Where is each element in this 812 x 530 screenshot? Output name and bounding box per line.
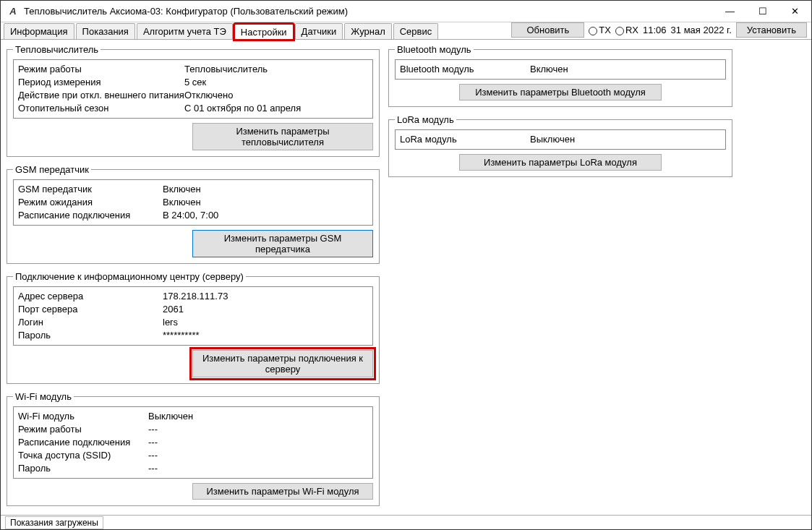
gsm-r1v: Включен <box>163 196 368 209</box>
clock-date: 31 мая 2022 г. <box>671 25 732 35</box>
srv-r1v: 2061 <box>163 303 368 316</box>
group-bt-legend: Bluetooth модуль <box>395 44 474 55</box>
group-lora-legend: LoRa модуль <box>395 114 456 125</box>
lora-r0k: LoRa модуль <box>400 133 530 146</box>
wifi-r3v: --- <box>148 449 368 462</box>
wifi-r0v: Выключен <box>148 410 368 423</box>
tab-sensors[interactable]: Датчики <box>295 23 343 39</box>
group-wifi-legend: Wi-Fi модуль <box>13 391 74 402</box>
gsm-r0v: Включен <box>163 183 368 196</box>
close-button[interactable]: ✕ <box>779 1 811 22</box>
wifi-r1k: Режим работы <box>18 423 148 436</box>
calc-r2k: Действие при откл. внешнего питания <box>18 89 184 102</box>
lora-edit-button[interactable]: Изменить параметры LoRa модуля <box>459 154 662 171</box>
calc-r2v: Отключено <box>184 89 368 102</box>
minimize-button[interactable]: — <box>714 1 746 22</box>
gsm-r0k: GSM передатчик <box>18 183 163 196</box>
srv-r2v: lers <box>163 316 368 329</box>
calc-r1k: Период измерения <box>18 76 184 89</box>
tabbar: Информация Показания Алгоритм учета ТЭ Н… <box>1 22 811 40</box>
lora-r0v: Выключен <box>530 133 721 146</box>
group-calc-rows: Режим работыТепловычислитель Период изме… <box>13 59 373 119</box>
wifi-r0k: Wi-Fi модуль <box>18 410 148 423</box>
titlebar: A Тепловычислитель Аксиома-03: Конфигура… <box>1 1 811 22</box>
wifi-r3k: Точка доступа (SSID) <box>18 449 148 462</box>
calc-r0k: Режим работы <box>18 63 184 76</box>
calc-r3k: Отопительный сезон <box>18 102 184 115</box>
srv-r1k: Порт сервера <box>18 303 163 316</box>
gsm-r2v: В 24:00, 7:00 <box>163 209 368 222</box>
rx-radio-icon <box>615 27 624 35</box>
group-lora-rows: LoRa модульВыключен <box>395 129 726 150</box>
group-gsm: GSM передатчик GSM передатчикВключен Реж… <box>7 164 380 264</box>
left-column: Тепловычислитель Режим работыТепловычисл… <box>7 44 380 506</box>
bt-r0k: Bluetooth модуль <box>400 63 530 76</box>
gsm-r1k: Режим ожидания <box>18 196 163 209</box>
tx-radio-icon <box>589 27 597 35</box>
statusbar: Показания загружены <box>1 515 811 529</box>
group-wifi: Wi-Fi модуль Wi-Fi модульВыключен Режим … <box>7 391 380 506</box>
clock-time: 11:06 <box>643 25 667 35</box>
group-calc: Тепловычислитель Режим работыТепловычисл… <box>7 44 380 157</box>
install-button[interactable]: Установить <box>736 22 807 38</box>
calc-edit-button[interactable]: Изменить параметры тепловычислителя <box>192 123 373 150</box>
tab-journal[interactable]: Журнал <box>344 23 391 39</box>
group-wifi-rows: Wi-Fi модульВыключен Режим работы--- Рас… <box>13 406 373 479</box>
wifi-r2v: --- <box>148 436 368 449</box>
wifi-r4k: Пароль <box>18 462 148 475</box>
srv-r3k: Пароль <box>18 329 163 342</box>
tab-algorithm[interactable]: Алгоритм учета ТЭ <box>137 23 233 39</box>
wifi-r1v: --- <box>148 423 368 436</box>
srv-r2k: Логин <box>18 316 163 329</box>
wifi-r2k: Расписание подключения <box>18 436 148 449</box>
group-bt: Bluetooth модуль Bluetooth модульВключен… <box>388 44 732 107</box>
group-server-legend: Подключение к информационному центру (се… <box>13 271 246 282</box>
bt-r0v: Включен <box>530 63 721 76</box>
app-icon: A <box>7 5 20 18</box>
srv-r3v: ********** <box>163 329 368 342</box>
status-text: Показания загружены <box>5 516 103 529</box>
tab-service[interactable]: Сервис <box>393 23 439 39</box>
right-column: Bluetooth модуль Bluetooth модульВключен… <box>388 44 732 506</box>
srv-r0k: Адрес сервера <box>18 290 163 303</box>
window-title: Тепловычислитель Аксиома-03: Конфигурато… <box>24 6 714 17</box>
srv-r0v: 178.218.111.73 <box>163 290 368 303</box>
rx-indicator: RX <box>615 25 638 35</box>
group-server-rows: Адрес сервера178.218.111.73 Порт сервера… <box>13 286 373 346</box>
gsm-r2k: Расписание подключения <box>18 209 163 222</box>
server-edit-button[interactable]: Изменить параметры подключения к серверу <box>192 350 373 377</box>
group-bt-rows: Bluetooth модульВключен <box>395 59 726 80</box>
content: Тепловычислитель Режим работыТепловычисл… <box>1 40 811 510</box>
gsm-edit-button[interactable]: Изменить параметры GSM передатчика <box>192 230 373 257</box>
group-gsm-legend: GSM передатчик <box>13 164 91 175</box>
tab-info[interactable]: Информация <box>4 23 74 39</box>
wifi-edit-button[interactable]: Изменить параметры Wi-Fi модуля <box>192 483 373 500</box>
tab-settings[interactable]: Настройки <box>234 24 294 40</box>
tab-readings[interactable]: Показания <box>76 23 135 39</box>
wifi-r4v: --- <box>148 462 368 475</box>
maximize-button[interactable]: ☐ <box>746 1 779 22</box>
group-calc-legend: Тепловычислитель <box>13 44 101 55</box>
group-gsm-rows: GSM передатчикВключен Режим ожиданияВклю… <box>13 179 373 226</box>
refresh-button[interactable]: Обновить <box>511 22 584 38</box>
group-lora: LoRa модуль LoRa модульВыключен Изменить… <box>388 114 732 177</box>
tx-indicator: TX <box>589 25 611 35</box>
calc-r0v: Тепловычислитель <box>184 63 368 76</box>
group-server: Подключение к информационному центру (се… <box>7 271 380 384</box>
calc-r1v: 5 сек <box>184 76 368 89</box>
bt-edit-button[interactable]: Изменить параметры Bluetooth модуля <box>459 84 662 101</box>
calc-r3v: С 01 октября по 01 апреля <box>184 102 368 115</box>
